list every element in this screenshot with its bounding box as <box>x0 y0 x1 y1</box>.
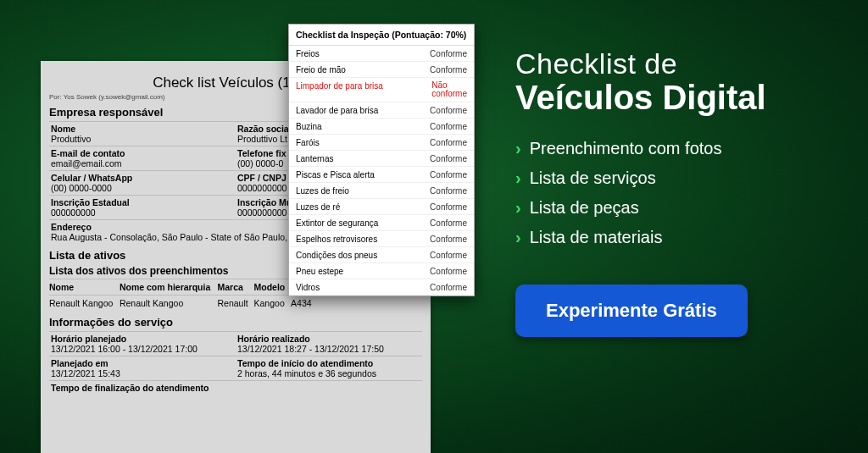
label-hp: Horário planejado <box>51 334 234 344</box>
popup-item-name: Espelhos retrovisores <box>296 235 377 244</box>
popup-row: Espelhos retrovisoresConforme <box>289 231 474 247</box>
value-ti: 2 horas, 44 minutos e 36 segundos <box>237 368 420 378</box>
popup-item-status: Conforme <box>430 106 467 115</box>
popup-item-name: Faróis <box>296 138 320 147</box>
value-nome: Produttivo <box>51 134 234 144</box>
headline-line2: Veículos Digital <box>515 79 846 117</box>
popup-item-name: Lanternas <box>296 154 333 163</box>
chevron-right-icon: › <box>515 198 521 218</box>
popup-item-name: Buzina <box>296 122 322 131</box>
popup-item-name: Lavador de para brisa <box>296 106 378 115</box>
popup-item-status: Conforme <box>430 202 467 212</box>
col-nome: Nome <box>49 279 120 296</box>
bullet-item: ›Lista de peças <box>515 198 846 218</box>
cta-button[interactable]: Experimente Grátis <box>515 285 748 337</box>
popup-item-status: Conforme <box>430 49 467 58</box>
bullet-item: ›Lista de serviços <box>515 168 846 188</box>
label-pe: Planejado em <box>51 358 234 368</box>
popup-row: Extintor de segurançaConforme <box>289 215 474 231</box>
popup-item-status: Conforme <box>430 251 467 260</box>
popup-item-status: Conforme <box>430 65 467 75</box>
popup-row: FaróisConforme <box>289 135 474 151</box>
value-celular: (00) 0000-0000 <box>51 183 234 193</box>
popup-item-status: Conforme <box>430 235 467 244</box>
popup-title: Checklist da Inspeção (Pontuação: 70%) <box>289 25 474 46</box>
bullet-list: ›Preenchimento com fotos ›Lista de servi… <box>515 139 846 247</box>
col-hierarquia: Nome com hierarquia <box>120 279 218 296</box>
popup-row: LanternasConforme <box>289 151 474 167</box>
popup-item-name: Pneu estepe <box>296 267 343 276</box>
table-row: Renault Kangoo Renault Kangoo Renault Ka… <box>49 296 422 312</box>
value-email: email@email.com <box>51 158 234 168</box>
value-hr: 13/12/2021 18:27 - 13/12/2021 17:50 <box>237 344 420 354</box>
bullet-text: Lista de serviços <box>530 168 656 188</box>
bullet-text: Preenchimento com fotos <box>530 139 722 158</box>
col-modelo: Modelo <box>254 279 292 296</box>
popup-row: Piscas e Pisca alertaConforme <box>289 167 474 183</box>
value-pe: 13/12/2021 15:43 <box>51 368 234 378</box>
popup-item-status: Conforme <box>430 283 467 292</box>
popup-item-status: Conforme <box>430 186 467 196</box>
popup-item-name: Luzes de ré <box>296 202 340 212</box>
popup-row: BuzinaConforme <box>289 119 474 135</box>
popup-item-status: Conforme <box>430 267 467 276</box>
popup-row: Luzes de réConforme <box>289 199 474 215</box>
popup-item-name: Freios <box>296 49 320 58</box>
popup-item-name: Extintor de segurança <box>296 218 378 228</box>
popup-row: Lavador de para brisaConforme <box>289 102 474 119</box>
bullet-text: Lista de peças <box>530 198 639 218</box>
label-hr: Horário realizado <box>237 334 420 344</box>
label-nome: Nome <box>51 124 234 134</box>
popup-item-status: Conforme <box>430 154 467 163</box>
popup-item-status: Conforme <box>430 122 467 131</box>
label-tf: Tempo de finalização do atendimento <box>51 383 420 393</box>
popup-item-status: Conforme <box>430 218 467 228</box>
bullet-item: ›Lista de materiais <box>515 228 846 247</box>
inspection-popup: Checklist da Inspeção (Pontuação: 70%) F… <box>288 24 475 296</box>
popup-row: FreiosConforme <box>289 46 474 62</box>
headline-line1: Checklist de <box>515 47 846 80</box>
chevron-right-icon: › <box>515 168 521 188</box>
popup-row: Freio de mãoConforme <box>289 62 474 78</box>
value-hp: 13/12/2021 16:00 - 13/12/2021 17:00 <box>51 344 234 354</box>
popup-item-name: Luzes de freio <box>296 186 349 196</box>
bullet-item: ›Preenchimento com fotos <box>515 139 846 158</box>
popup-item-name: Condições dos pneus <box>296 251 377 260</box>
popup-row: Pneu estepeConforme <box>289 263 474 279</box>
popup-item-name: Limpador de para brisa <box>296 81 383 99</box>
marketing-panel: Checklist de Veículos Digital ›Preenchim… <box>515 47 846 337</box>
popup-item-name: Freio de mão <box>296 65 346 75</box>
label-ti: Tempo de início do atendimento <box>237 358 420 368</box>
col-marca: Marca <box>218 279 254 296</box>
label-celular: Celular / WhatsApp <box>51 173 234 183</box>
label-inscest: Inscrição Estadual <box>51 197 234 207</box>
popup-row: Luzes de freioConforme <box>289 183 474 199</box>
popup-item-name: Piscas e Pisca alerta <box>296 170 375 180</box>
popup-row: Condições dos pneusConforme <box>289 247 474 263</box>
popup-row: Limpador de para brisaNão conforme <box>289 78 474 102</box>
popup-item-status: Não conforme <box>431 81 467 99</box>
value-inscest: 000000000 <box>51 207 234 218</box>
popup-item-status: Conforme <box>430 138 467 147</box>
popup-item-status: Conforme <box>430 170 467 180</box>
chevron-right-icon: › <box>515 228 521 247</box>
section-service: Informações do serviço <box>49 316 422 329</box>
label-email: E-mail de contato <box>51 148 234 158</box>
popup-row: VidrosConforme <box>289 279 474 296</box>
bullet-text: Lista de materiais <box>530 228 663 247</box>
chevron-right-icon: › <box>515 139 521 158</box>
popup-item-name: Vidros <box>296 283 320 292</box>
